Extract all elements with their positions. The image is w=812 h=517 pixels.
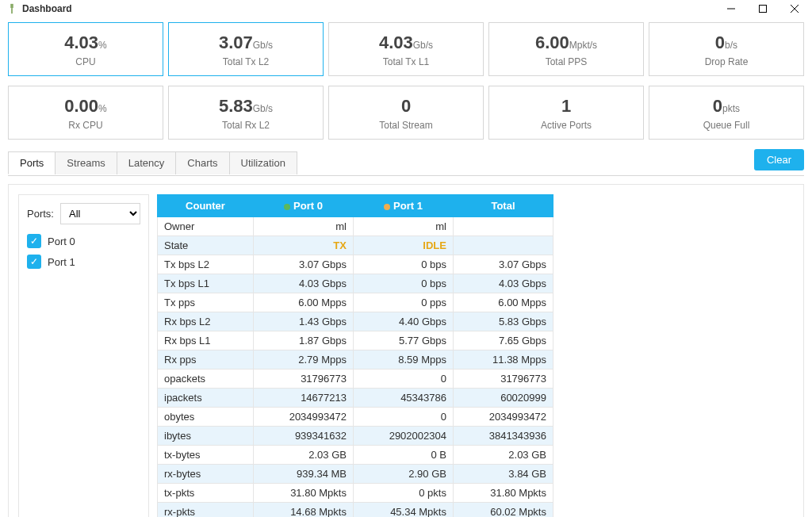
counters-table-wrap: CounterPort 0Port 1Total OwnermlmlStateT… — [157, 194, 794, 517]
total-value: 4.03 Gbps — [453, 274, 553, 293]
svg-rect-1 — [11, 8, 13, 13]
stat-value: 4.03Gb/s — [332, 33, 480, 53]
port-dot-icon — [284, 204, 290, 210]
counter-name: Rx bps L1 — [158, 331, 254, 350]
table-row: ipackets146772134534378660020999 — [158, 389, 553, 408]
stat-label: Total Tx L1 — [332, 56, 480, 67]
total-value: 2034993472 — [453, 408, 553, 427]
counter-name: Tx pps — [158, 293, 254, 312]
stat-card[interactable]: 0Total Stream — [328, 86, 484, 140]
ports-panel: Ports: All ✓Port 0✓Port 1 CounterPort 0P… — [8, 184, 804, 517]
port0-value: 2.03 GB — [253, 446, 353, 465]
stat-card[interactable]: 0b/sDrop Rate — [649, 22, 804, 76]
col-header: Counter — [158, 195, 254, 217]
tab-latency[interactable]: Latency — [117, 151, 177, 174]
stat-value: 1 — [492, 96, 640, 117]
port0-value: 6.00 Mpps — [253, 293, 353, 312]
counter-name: Rx bps L2 — [158, 312, 254, 331]
stat-card[interactable]: 4.03Gb/sTotal Tx L1 — [328, 22, 484, 76]
port0-value: 14677213 — [253, 389, 353, 408]
total-value: 31796773 — [453, 370, 553, 389]
stat-label: Total Tx L2 — [172, 56, 320, 67]
stat-label: Total PPS — [492, 56, 640, 67]
port0-value: 2.79 Mpps — [253, 350, 353, 370]
port-checkbox-row[interactable]: ✓Port 0 — [27, 234, 140, 248]
table-row: Tx bps L23.07 Gbps0 bps3.07 Gbps — [158, 255, 553, 274]
port1-value: 45343786 — [353, 389, 453, 408]
total-value: 7.65 Gbps — [453, 331, 553, 350]
stat-card[interactable]: 6.00Mpkt/sTotal PPS — [488, 22, 644, 76]
ports-select[interactable]: All — [60, 203, 140, 224]
clear-button[interactable]: Clear — [754, 149, 804, 170]
stat-label: Rx CPU — [12, 120, 159, 131]
total-value: 3.07 Gbps — [453, 255, 553, 274]
stat-card[interactable]: 0.00%Rx CPU — [8, 86, 163, 140]
total-value: 60.02 Mpkts — [453, 503, 553, 518]
table-row: Rx pps2.79 Mpps8.59 Mpps11.38 Mpps — [158, 350, 553, 370]
counter-name: Owner — [158, 217, 254, 236]
counter-name: Rx pps — [158, 350, 254, 370]
port0-value: 2034993472 — [253, 408, 353, 427]
svg-rect-0 — [10, 4, 13, 8]
port-checkbox-row[interactable]: ✓Port 1 — [27, 255, 140, 269]
col-header: Port 1 — [353, 195, 453, 217]
port1-value: IDLE — [353, 236, 453, 255]
stat-card[interactable]: 1Active Ports — [488, 86, 644, 140]
stat-card[interactable]: 3.07Gb/sTotal Tx L2 — [168, 22, 324, 76]
stat-card[interactable]: 5.83Gb/sTotal Rx L2 — [168, 86, 324, 140]
stat-label: CPU — [12, 56, 159, 67]
total-value: 11.38 Mpps — [453, 350, 553, 370]
counter-name: opackets — [158, 370, 254, 389]
table-row: ibytes93934163229020023043841343936 — [158, 427, 553, 446]
stat-card[interactable]: 4.03%CPU — [8, 22, 163, 76]
port1-value: 4.40 Gbps — [353, 312, 453, 331]
port1-value: 8.59 Mpps — [353, 350, 453, 370]
ports-label: Ports: — [27, 208, 54, 220]
counter-name: Tx bps L1 — [158, 274, 254, 293]
stat-value: 0pkts — [653, 96, 800, 117]
port1-value: 0 — [353, 408, 453, 427]
tab-streams[interactable]: Streams — [55, 151, 117, 174]
port1-value: 5.77 Gbps — [353, 331, 453, 350]
port0-value: 3.07 Gbps — [253, 255, 353, 274]
table-row: tx-bytes2.03 GB0 B2.03 GB — [158, 446, 553, 465]
stat-card[interactable]: 0pktsQueue Full — [649, 86, 804, 140]
stat-value: 3.07Gb/s — [172, 33, 320, 53]
table-row: opackets31796773031796773 — [158, 370, 553, 389]
port0-value: 4.03 Gbps — [253, 274, 353, 293]
counters-table: CounterPort 0Port 1Total OwnermlmlStateT… — [157, 194, 553, 517]
port0-value: 31.80 Mpkts — [253, 484, 353, 503]
counter-name: State — [158, 236, 254, 255]
tab-utilization[interactable]: Utilization — [229, 151, 297, 174]
ports-sidebar: Ports: All ✓Port 0✓Port 1 — [18, 194, 149, 517]
table-row: rx-bytes939.34 MB2.90 GB3.84 GB — [158, 465, 553, 484]
table-row: Tx bps L14.03 Gbps0 bps4.03 Gbps — [158, 274, 553, 293]
port1-value: 0 bps — [353, 255, 453, 274]
stat-label: Total Stream — [332, 120, 480, 131]
stat-label: Queue Full — [653, 120, 800, 131]
close-button[interactable] — [779, 0, 810, 17]
maximize-button[interactable] — [747, 0, 779, 17]
table-row: Ownermlml — [158, 217, 553, 236]
tab-bar: PortsStreamsLatencyChartsUtilization Cle… — [8, 149, 804, 176]
port0-value: ml — [253, 217, 353, 236]
counter-name: ibytes — [158, 427, 254, 446]
table-row: StateTXIDLE — [158, 236, 553, 255]
tab-ports[interactable]: Ports — [8, 151, 56, 174]
app-icon — [6, 3, 17, 14]
tab-charts[interactable]: Charts — [175, 151, 229, 174]
checkbox-label: Port 0 — [48, 236, 75, 247]
port1-value: 0 pps — [353, 293, 453, 312]
minimize-button[interactable] — [715, 0, 747, 17]
counter-name: rx-bytes — [158, 465, 254, 484]
counter-name: obytes — [158, 408, 254, 427]
counter-name: Tx bps L2 — [158, 255, 254, 274]
window-title: Dashboard — [22, 3, 715, 14]
counter-name: ipackets — [158, 389, 254, 408]
table-row: rx-pkts14.68 Mpkts45.34 Mpkts60.02 Mpkts — [158, 503, 553, 518]
stat-label: Drop Rate — [653, 56, 800, 67]
table-row: obytes203499347202034993472 — [158, 408, 553, 427]
port1-value: 0 — [353, 370, 453, 389]
table-row: Rx bps L21.43 Gbps4.40 Gbps5.83 Gbps — [158, 312, 553, 331]
counter-name: rx-pkts — [158, 503, 254, 518]
